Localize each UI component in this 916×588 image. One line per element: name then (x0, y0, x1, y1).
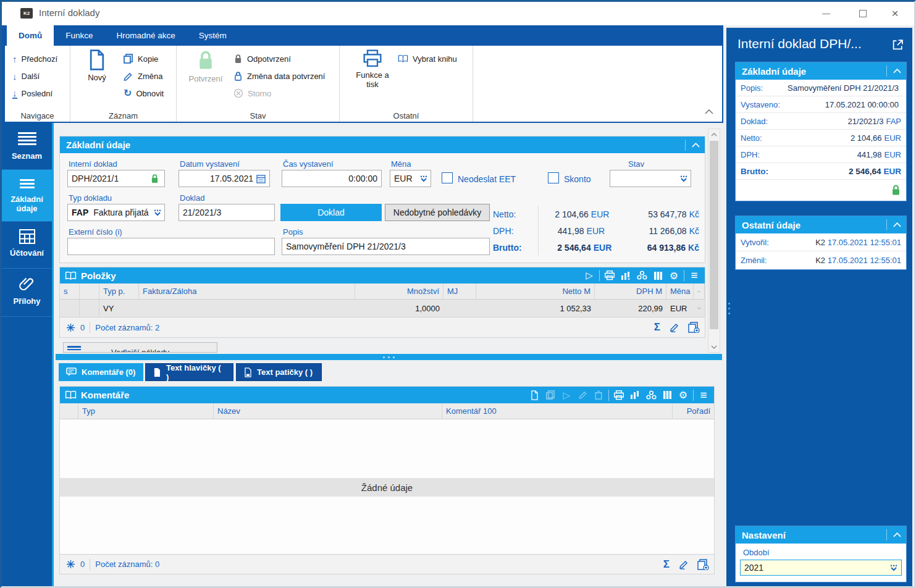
record-count: Počet záznamů: 2 (95, 323, 159, 332)
col-faktura-zaloha[interactable]: Faktura/Záloha (139, 284, 355, 299)
col-mena[interactable]: Měna (666, 284, 694, 299)
doklad-input[interactable] (179, 204, 275, 221)
print-icon[interactable] (611, 388, 627, 403)
doklad-button[interactable]: Doklad (280, 204, 382, 221)
tab-text-hlavicky[interactable]: Text hlavičky ( ) (145, 363, 233, 381)
scroll-up-button[interactable] (708, 129, 720, 140)
cas-vystaveni-input[interactable] (282, 170, 382, 187)
sum-icon[interactable]: Σ (663, 558, 670, 571)
edit-icon[interactable] (669, 322, 679, 332)
collapse-ribbon-button[interactable] (705, 106, 713, 117)
label-mena: Měna (391, 159, 411, 169)
col-s[interactable]: s (60, 284, 80, 299)
scrollbar-thumb[interactable] (710, 141, 718, 329)
minimize-button[interactable] (812, 2, 840, 25)
chevron-up-icon (705, 109, 713, 114)
close-button[interactable]: × (881, 2, 909, 25)
add-record-icon[interactable] (688, 322, 700, 333)
col-nazev[interactable]: Název (214, 403, 442, 419)
collapse-panel-button[interactable] (685, 140, 700, 151)
open-in-window-button[interactable] (892, 39, 904, 53)
maximize-button[interactable] (849, 2, 877, 25)
collapse-card-button[interactable] (886, 529, 901, 540)
previous-button[interactable]: ↑ Předchozí (12, 51, 57, 67)
col-dph-m[interactable]: DPH M (595, 284, 666, 299)
neodeslat-eet-checkbox[interactable] (442, 172, 453, 183)
sidebar-item-zakladni-udaje[interactable]: Základní údaje (2, 170, 52, 222)
items-table-row[interactable]: VY 1,0000 1 052,33 220,99 EUR (60, 300, 705, 317)
workflow-icon[interactable] (634, 268, 650, 283)
menu-icon[interactable]: ≡ (695, 388, 712, 403)
scroll-down-button[interactable] (708, 342, 720, 352)
run-icon[interactable]: ▷ (581, 268, 597, 283)
next-button[interactable]: ↓ Další (12, 68, 40, 84)
ribbon-tab-hromadne-akce[interactable]: Hromadné akce (105, 25, 187, 46)
mena-dropdown[interactable]: EUR (390, 170, 431, 187)
settings-gear-icon[interactable]: ⚙ (666, 268, 682, 283)
unconfirm-button[interactable]: Odpotvrzení (233, 51, 291, 67)
sidebar-item-seznam[interactable]: Seznam (2, 123, 52, 170)
col-typ[interactable]: Typ (78, 403, 214, 419)
arrow-down-icon: ↓ (12, 72, 17, 81)
typ-dokladu-dropdown[interactable]: FAP Faktura přijatá (67, 204, 165, 221)
col-mnozstvi[interactable]: Množství (355, 284, 443, 299)
collapse-card-button[interactable] (886, 65, 901, 77)
col-blank[interactable] (80, 284, 99, 299)
ribbon-tab-domu[interactable]: Domů (7, 25, 54, 46)
new-icon[interactable] (526, 388, 542, 403)
ribbon-tab-funkce[interactable]: Funkce (54, 25, 104, 46)
collapse-card-button[interactable] (886, 219, 901, 230)
vedlejsi-naklady-panel[interactable]: Vedlejší náklady (63, 342, 217, 353)
workflow-icon[interactable] (643, 388, 659, 403)
sum-icon[interactable]: Σ (654, 321, 660, 334)
col-blank[interactable] (60, 403, 78, 419)
settings-gear-icon[interactable]: ⚙ (675, 388, 691, 403)
sidebar-item-prilohy[interactable]: Přílohy (2, 269, 52, 317)
items-header: Položky ▷ ⚙ ≡ (60, 267, 705, 284)
externi-cislo-input[interactable] (67, 238, 275, 255)
sidebar-item-uctovani[interactable]: Účtování (2, 222, 52, 269)
tab-komentare[interactable]: Komentáře (0) (59, 363, 143, 381)
nedobytne-pohledavky-button[interactable]: Nedobytné pohledávky (385, 204, 490, 221)
select-book-button[interactable]: Vybrat knihu (398, 51, 457, 67)
refresh-button[interactable]: ↻ Obnovit (124, 85, 164, 101)
columns-icon[interactable] (659, 388, 675, 403)
col-poradi[interactable]: Pořadí (673, 403, 714, 419)
change-confirm-date-button[interactable]: Změna data potvrzení (233, 68, 325, 84)
new-button[interactable]: Nový (75, 49, 119, 82)
menu-icon[interactable]: ≡ (686, 268, 702, 283)
col-netto-m[interactable]: Netto M (476, 284, 595, 299)
frozen-count: 0 (80, 323, 85, 332)
ribbon-tab-system[interactable]: Systém (187, 25, 238, 46)
col-typ-p[interactable]: Typ p. (99, 284, 139, 299)
tab-text-paticky[interactable]: Text patičky ( ) (236, 363, 322, 381)
calendar-icon[interactable] (256, 174, 266, 183)
scroll-up-button[interactable] (694, 284, 705, 299)
col-mj[interactable]: MJ (443, 284, 476, 299)
columns-icon[interactable] (650, 268, 666, 283)
stav-dropdown[interactable] (610, 170, 691, 187)
obdobi-dropdown[interactable]: 2021 (740, 560, 902, 576)
change-button[interactable]: Změna (124, 68, 162, 84)
label-popis: Popis (283, 227, 303, 237)
add-record-icon[interactable] (697, 559, 709, 570)
ribbon-body: ↑ Předchozí ↓ Další ↓ Poslední Navigace … (5, 46, 722, 122)
detail-list-icon (20, 177, 35, 190)
print-icon[interactable] (602, 268, 618, 283)
panel-splitter-handle[interactable] (728, 300, 730, 317)
scroll-down-button[interactable] (694, 300, 705, 317)
chart-icon[interactable] (618, 268, 634, 283)
main-scrollbar[interactable] (708, 128, 720, 353)
skonto-checkbox[interactable] (548, 172, 559, 183)
app-icon: K2 (20, 8, 33, 19)
functions-print-button[interactable]: Funkce a tisk (351, 49, 394, 89)
frozen-icon[interactable] (66, 560, 75, 569)
edit-icon[interactable] (678, 560, 689, 569)
horizontal-splitter[interactable] (56, 354, 722, 360)
copy-button[interactable]: Kopie (124, 51, 158, 67)
frozen-icon[interactable] (66, 323, 75, 332)
popis-input[interactable] (282, 238, 490, 255)
chart-icon[interactable] (627, 388, 643, 403)
col-komentar[interactable]: Komentář 100 (442, 403, 673, 419)
last-button[interactable]: ↓ Poslední (12, 85, 53, 101)
